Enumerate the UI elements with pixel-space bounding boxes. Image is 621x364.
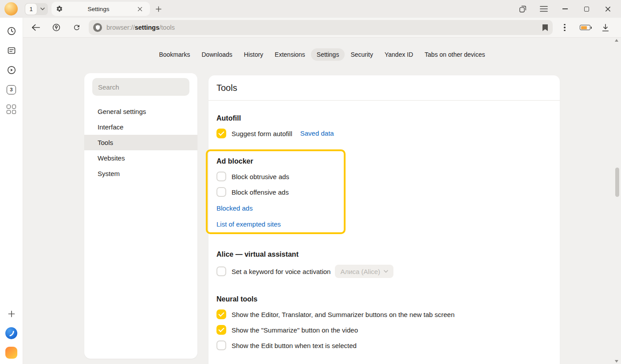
checkbox-label: Show the Editor, Translator, and Summari… <box>232 311 455 318</box>
suggest-form-autofill-checkbox[interactable] <box>216 129 226 138</box>
menu-icon[interactable] <box>533 0 554 18</box>
scrollbar-thumb[interactable] <box>615 168 619 197</box>
profile-avatar[interactable] <box>4 2 18 16</box>
browser-window: 1 Settings <box>0 0 621 364</box>
alice-keyword-dropdown[interactable]: Алиса (Alice) <box>335 265 393 278</box>
site-info-icon[interactable] <box>93 23 102 32</box>
checkbox-label: Block offensive ads <box>232 188 289 196</box>
battery-icon[interactable] <box>575 20 595 35</box>
settings-page: Bookmarks Downloads History Extensions S… <box>23 38 621 364</box>
url-host: settings <box>135 24 160 31</box>
nav-tab-settings[interactable]: Settings <box>311 48 345 61</box>
checkbox-label: Block obtrusive ads <box>232 173 289 180</box>
nav-tab-other-devices[interactable]: Tabs on other devices <box>419 48 491 61</box>
back-icon[interactable] <box>26 20 46 35</box>
voice-activation-keyword-checkbox[interactable] <box>216 266 226 276</box>
browser-logo-icon[interactable] <box>5 327 17 339</box>
checkbox-label: Show the Edit button when text is select… <box>232 342 357 349</box>
page-title: Tools <box>216 75 552 100</box>
tab-counter-button[interactable]: 1 <box>25 3 37 15</box>
side-panel-icon[interactable] <box>512 0 533 18</box>
show-edit-button-checkbox[interactable] <box>216 341 226 350</box>
sidebar-item-tools[interactable]: Tools <box>84 135 197 150</box>
scrollbar-down-arrow[interactable] <box>615 360 618 363</box>
more-options-icon[interactable] <box>554 20 575 35</box>
downloads-icon[interactable] <box>595 20 616 35</box>
ad-blocker-heading: Ad blocker <box>216 157 552 166</box>
blocked-ads-link[interactable]: Blocked ads <box>216 204 253 212</box>
reload-icon[interactable] <box>67 20 87 35</box>
sidebar-item-system[interactable]: System <box>84 166 197 181</box>
tab-settings[interactable]: Settings <box>51 2 150 16</box>
apps-grid-icon[interactable] <box>0 99 23 119</box>
checkbox-label: Suggest form autofill <box>232 130 292 137</box>
minimize-button[interactable] <box>554 0 576 18</box>
new-tab-button[interactable] <box>153 3 164 15</box>
sidebar-item-general-settings[interactable]: General settings <box>84 104 197 119</box>
gear-icon <box>56 5 63 12</box>
block-offensive-ads-checkbox[interactable] <box>216 187 226 197</box>
scrollbar-up-arrow[interactable] <box>615 39 618 42</box>
autofill-heading: Autofill <box>216 114 552 123</box>
chevron-down-icon <box>384 270 388 273</box>
settings-content: Tools Autofill Suggest form autofill Sav… <box>208 75 560 364</box>
tab-count-badge[interactable]: 3 <box>0 80 23 99</box>
checkbox-label: Set a keyword for voice activation <box>232 268 330 275</box>
history-icon[interactable] <box>0 21 23 41</box>
nav-tab-history[interactable]: History <box>238 48 269 61</box>
nav-tab-extensions[interactable]: Extensions <box>269 48 310 61</box>
orange-app-icon[interactable] <box>5 347 17 359</box>
video-icon[interactable] <box>0 60 23 80</box>
tab-list-control: 1 <box>25 3 48 15</box>
alice-heading: Alice — virtual assistant <box>216 250 552 259</box>
saved-data-link[interactable]: Saved data <box>300 129 334 138</box>
url-text: browser://settings/tools <box>106 24 542 31</box>
alice-section: Alice — virtual assistant Set a keyword … <box>216 250 552 278</box>
nav-tab-security[interactable]: Security <box>345 48 379 61</box>
yandex-id-icon[interactable] <box>46 20 67 35</box>
maximize-button[interactable] <box>576 0 597 18</box>
search-input[interactable] <box>98 83 184 91</box>
browser-sections-nav: Bookmarks Downloads History Extensions S… <box>23 38 621 61</box>
bookmark-icon[interactable] <box>542 24 548 31</box>
block-obtrusive-ads-checkbox[interactable] <box>216 172 226 181</box>
checkbox-label: Show the "Summarize" button on the video <box>232 326 358 334</box>
nav-tab-bookmarks[interactable]: Bookmarks <box>153 48 196 61</box>
left-sidebar-rail: 3 <box>0 18 23 364</box>
show-editor-translator-summarizer-checkbox[interactable] <box>216 309 226 319</box>
add-icon[interactable] <box>0 308 23 320</box>
tab-close-icon[interactable] <box>134 3 145 15</box>
exempted-sites-link[interactable]: List of exempted sites <box>216 220 281 228</box>
neural-tools-section: Neural tools Show the Editor, Translator… <box>216 295 552 350</box>
close-button[interactable] <box>597 0 618 18</box>
url-scheme: browser:// <box>106 24 135 31</box>
sidebar-item-interface[interactable]: Interface <box>84 119 197 135</box>
rail-bottom-group <box>0 308 23 364</box>
nav-tab-downloads[interactable]: Downloads <box>196 48 238 61</box>
show-summarize-video-button-checkbox[interactable] <box>216 325 226 335</box>
search-box[interactable] <box>92 78 189 96</box>
neural-tools-heading: Neural tools <box>216 295 552 304</box>
feed-icon[interactable] <box>0 41 23 60</box>
chevron-down-icon[interactable] <box>37 8 48 10</box>
settings-sidebar: General settings Interface Tools Website… <box>84 73 197 359</box>
dropdown-value: Алиса (Alice) <box>340 268 380 275</box>
nav-tab-yandex-id[interactable]: Yandex ID <box>379 48 419 61</box>
tab-title: Settings <box>63 6 134 12</box>
divider <box>208 100 560 101</box>
autofill-section: Autofill Suggest form autofill Saved dat… <box>216 114 552 138</box>
ad-blocker-section: Ad blocker Block obtrusive ads Block off… <box>216 157 552 229</box>
url-path: /tools <box>159 24 175 31</box>
titlebar: 1 Settings <box>0 0 621 18</box>
sidebar-item-websites[interactable]: Websites <box>84 150 197 166</box>
address-bar[interactable]: browser://settings/tools <box>89 20 553 35</box>
navigation-toolbar: browser://settings/tools <box>23 18 621 38</box>
